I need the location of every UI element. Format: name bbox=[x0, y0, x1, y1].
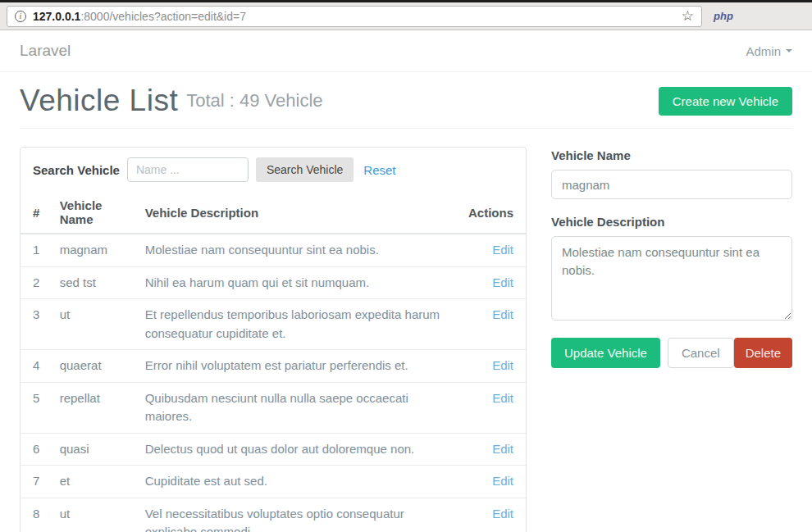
admin-dropdown-label: Admin bbox=[746, 44, 781, 58]
page-content: Vehicle List Total : 49 Vehicle Create n… bbox=[0, 72, 812, 532]
address-bar[interactable]: i 127.0.0.1:8000/vehicles?action=edit&id… bbox=[7, 6, 702, 27]
edit-link[interactable]: Edit bbox=[492, 474, 513, 488]
php-extension-icon[interactable]: php bbox=[714, 10, 733, 22]
vehicle-name-label: Vehicle Name bbox=[551, 148, 792, 162]
edit-link[interactable]: Edit bbox=[492, 358, 513, 372]
edit-link[interactable]: Edit bbox=[492, 391, 513, 405]
table-row: 5 repellat Quibusdam nesciunt nulla null… bbox=[21, 382, 526, 433]
col-header-actions: Actions bbox=[462, 192, 526, 234]
col-header-name: Vehicle Name bbox=[53, 192, 139, 234]
search-bar: Search Vehicle Search Vehicle Reset bbox=[21, 148, 526, 192]
total-count-label: Total : 49 Vehicle bbox=[186, 90, 322, 111]
table-row: 1 magnam Molestiae nam consequuntur sint… bbox=[21, 234, 526, 266]
col-header-description: Vehicle Description bbox=[139, 192, 462, 234]
delete-button[interactable]: Delete bbox=[734, 338, 792, 368]
search-label: Search Vehicle bbox=[33, 163, 120, 177]
col-header-num: # bbox=[21, 192, 53, 234]
edit-link[interactable]: Edit bbox=[492, 275, 513, 289]
form-actions: Update Vehicle Cancel Delete bbox=[551, 338, 792, 368]
page-header: Vehicle List Total : 49 Vehicle Create n… bbox=[20, 72, 792, 129]
admin-dropdown[interactable]: Admin bbox=[746, 44, 792, 58]
table-header-row: # Vehicle Name Vehicle Description Actio… bbox=[21, 192, 526, 234]
edit-link[interactable]: Edit bbox=[492, 507, 513, 521]
table-row: 3 ut Et repellendus temporibus laboriosa… bbox=[21, 299, 526, 350]
update-vehicle-button[interactable]: Update Vehicle bbox=[551, 338, 660, 368]
chevron-down-icon bbox=[786, 49, 792, 52]
edit-link[interactable]: Edit bbox=[492, 442, 513, 456]
table-row: 2 sed tst Nihil ea harum quam qui et sit… bbox=[21, 266, 526, 299]
table-row: 6 quasi Delectus quod ut quas dolor aut … bbox=[21, 433, 526, 466]
app-navbar: Laravel Admin bbox=[0, 30, 812, 72]
url-host: 127.0.0.1 bbox=[33, 10, 80, 23]
vehicle-table: # Vehicle Name Vehicle Description Actio… bbox=[21, 192, 526, 532]
vehicle-name-input[interactable] bbox=[551, 170, 792, 199]
search-button[interactable]: Search Vehicle bbox=[256, 157, 354, 182]
site-info-icon[interactable]: i bbox=[15, 11, 26, 22]
bookmark-star-icon[interactable]: ☆ bbox=[682, 9, 694, 23]
table-row: 4 quaerat Error nihil voluptatem est par… bbox=[21, 350, 526, 383]
edit-link[interactable]: Edit bbox=[492, 243, 513, 257]
reset-link[interactable]: Reset bbox=[363, 163, 395, 177]
page-title: Vehicle List bbox=[20, 84, 178, 118]
create-new-vehicle-button[interactable]: Create new Vehicle bbox=[659, 87, 792, 116]
vehicle-description-textarea[interactable]: Molestiae nam consequuntur sint ea nobis… bbox=[551, 236, 792, 321]
url-path: :8000/vehicles?action=edit&id=7 bbox=[80, 10, 246, 23]
vehicle-description-label: Vehicle Description bbox=[551, 215, 792, 229]
cancel-button[interactable]: Cancel bbox=[668, 338, 734, 368]
edit-link[interactable]: Edit bbox=[492, 307, 513, 321]
url-text: 127.0.0.1:8000/vehicles?action=edit&id=7 bbox=[33, 10, 246, 23]
edit-vehicle-form: Vehicle Name Vehicle Description Molesti… bbox=[551, 147, 792, 368]
search-input[interactable] bbox=[127, 157, 249, 182]
browser-toolbar: i 127.0.0.1:8000/vehicles?action=edit&id… bbox=[0, 0, 812, 30]
table-row: 8 ut Vel necessitatibus voluptates optio… bbox=[21, 498, 526, 532]
table-row: 7 et Cupiditate est aut sed. Edit bbox=[21, 466, 526, 498]
vehicle-list-card: Search Vehicle Search Vehicle Reset # Ve… bbox=[20, 147, 527, 532]
brand-laravel[interactable]: Laravel bbox=[20, 42, 71, 60]
